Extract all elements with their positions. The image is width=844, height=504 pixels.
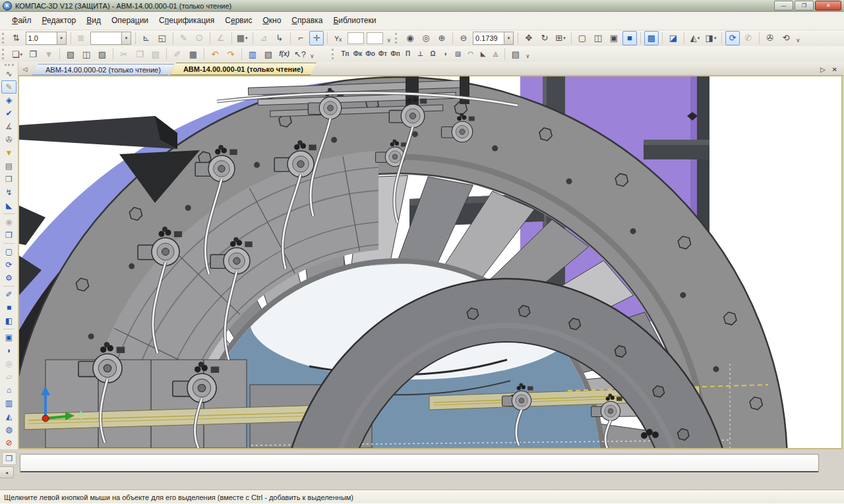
zoom-area-icon[interactable]: ◎ — [419, 31, 433, 45]
tab-close-icon[interactable]: ✕ — [832, 66, 837, 73]
edit-part-icon[interactable]: ✎ — [1, 80, 16, 94]
snaps-icon[interactable]: ✛ — [309, 31, 324, 45]
callout-icon[interactable]: ✆ — [741, 31, 756, 45]
report-window-icon[interactable]: ❒ — [1, 173, 16, 186]
redo-icon[interactable]: ↷ — [224, 47, 238, 61]
orientation-icon[interactable]: ⊞▾ — [553, 31, 568, 45]
profile-ft-icon[interactable]: Фт — [377, 47, 388, 61]
section-display-icon[interactable]: ◨▾ — [704, 31, 718, 45]
maximize-button[interactable]: ❐ — [795, 1, 814, 11]
close-button[interactable]: ✕ — [815, 1, 841, 11]
cad-scene[interactable] — [19, 76, 841, 448]
open-icon[interactable]: ❐ — [26, 47, 40, 61]
bounding-cube-icon[interactable]: ▢ — [1, 245, 16, 258]
specification-icon[interactable]: ▤ — [1, 159, 16, 173]
profile-tp-icon[interactable]: Тп — [340, 47, 351, 61]
variables-icon[interactable]: ▥ — [245, 47, 260, 61]
menu-libraries[interactable]: Библиотеки — [328, 13, 381, 28]
rebuild-icon[interactable]: ⟲ — [779, 31, 793, 45]
local-cs-icon[interactable]: ⊾ — [139, 31, 154, 45]
cut-icon[interactable]: ✂ — [117, 47, 131, 61]
solid-cube-icon[interactable]: ■ — [1, 301, 16, 314]
zoom-frame-icon[interactable]: ◉ — [403, 31, 417, 45]
camera-icon[interactable]: ◉ — [1, 215, 16, 229]
send-icon[interactable]: ▨ — [95, 47, 109, 61]
coord-x-field[interactable] — [347, 32, 364, 44]
tb-view-overflow[interactable]: ∨ — [796, 37, 800, 43]
tab-document-02[interactable]: АВМ-14.00.000-02 (только чтение) — [32, 64, 174, 75]
plane-tool-icon[interactable]: ▱ — [1, 370, 16, 383]
property-panel-icon[interactable]: ❒ — [2, 452, 16, 465]
spreadsheet-icon[interactable]: ▦ — [186, 47, 200, 61]
measure-icon[interactable]: ∡ — [1, 120, 16, 133]
paste-icon[interactable]: ▤ — [148, 47, 163, 61]
angle-profile-icon[interactable]: ⊥ — [415, 47, 426, 61]
print-preview-icon[interactable]: ◫ — [79, 47, 94, 61]
pan-icon[interactable]: ✥ — [522, 31, 536, 45]
snap-setup-icon[interactable]: ↳ — [272, 31, 287, 45]
add-component-icon[interactable]: ◈ — [1, 94, 16, 107]
channel-icon[interactable]: П — [402, 47, 413, 61]
edit-sketch-icon[interactable]: ✐ — [1, 288, 16, 301]
attachments-icon[interactable]: ✇ — [1, 133, 16, 146]
gear-icon[interactable]: ⚙ — [1, 271, 16, 285]
format-brush-icon[interactable]: ✐ — [170, 47, 185, 61]
rounding-icon[interactable]: ⌐ — [293, 31, 308, 45]
menu-file[interactable]: Файл — [7, 13, 37, 28]
tab-document-01[interactable]: АВМ-14.00.000-01 (только чтение) — [170, 63, 316, 75]
hidden-lines-icon[interactable]: ◫ — [591, 31, 605, 45]
macro-icon[interactable]: ✇ — [763, 31, 777, 45]
menu-window[interactable]: Окно — [257, 13, 286, 28]
prism-icon[interactable]: ⌂ — [1, 383, 16, 397]
profile-fo-icon[interactable]: Фо — [365, 47, 376, 61]
sphere-icon[interactable]: ◍ — [1, 423, 16, 436]
minimize-button[interactable]: — — [774, 1, 793, 11]
fx-icon[interactable]: f(x) — [277, 47, 291, 61]
angle-icon[interactable]: ∠ — [214, 31, 228, 45]
copy-properties-icon[interactable]: ∅ — [192, 31, 206, 45]
current-zoom-combo[interactable]: 0.1739▾ — [473, 32, 514, 45]
menu-help[interactable]: Справка — [286, 13, 328, 28]
tb-lib-overflow[interactable]: ∨ — [526, 53, 530, 59]
rotate-model-icon[interactable]: ⟳ — [725, 31, 740, 45]
circle-tool-icon[interactable]: ◎ — [1, 357, 16, 370]
rotate-view-icon[interactable]: ↻ — [537, 31, 552, 45]
report-document-icon[interactable]: ▤ — [508, 47, 523, 61]
cursor-step-icon[interactable]: ⇅ — [9, 31, 24, 45]
menu-edit[interactable]: Редактор — [37, 13, 82, 28]
tb-state-overflow[interactable]: ∨ — [386, 37, 391, 43]
wireframe-icon[interactable]: ▢ — [575, 31, 589, 45]
menu-service[interactable]: Сервис — [220, 13, 257, 28]
cone-icon[interactable]: ◬ — [490, 47, 501, 61]
tab-scroll-left-icon[interactable]: ◁ — [20, 65, 30, 74]
layers-icon[interactable]: ≣ — [74, 31, 88, 45]
shaded-icon[interactable]: ■ — [622, 31, 637, 45]
redirect-icon[interactable]: ↯ — [1, 186, 16, 199]
add-body-icon[interactable]: ◧ — [1, 314, 16, 327]
filter-icon[interactable]: ▼ — [1, 146, 16, 159]
tab-scroll-right-icon[interactable]: ▷ — [820, 66, 826, 73]
context-help-icon[interactable]: ↖? — [293, 47, 307, 61]
copy-icon[interactable]: ❒ — [133, 47, 147, 61]
ortho-drawing-icon[interactable]: ⊿ — [256, 31, 271, 45]
save-icon[interactable]: ▼ — [42, 47, 56, 61]
corner-solid-icon[interactable]: ◣ — [1, 199, 16, 212]
grid-icon[interactable]: ▦▾ — [235, 31, 249, 45]
simplify-display-icon[interactable]: ◭▾ — [688, 31, 702, 45]
new-document-icon[interactable]: ❏▾ — [10, 47, 24, 61]
print-icon[interactable]: ▧ — [63, 47, 78, 61]
zoom-out-icon[interactable]: ⊖ — [456, 31, 471, 45]
tb-std-overflow[interactable]: ∨ — [310, 53, 315, 59]
profile-fp-icon[interactable]: Фп — [390, 47, 401, 61]
coords-icon[interactable]: ʏₓ — [331, 31, 346, 45]
exclude-icon[interactable]: ⊘ — [1, 436, 16, 449]
zoom-in-icon[interactable]: ⊕ — [435, 31, 449, 45]
calculator-icon[interactable]: ▧ — [261, 47, 276, 61]
menu-specification[interactable]: Спецификация — [154, 13, 220, 28]
model-viewport[interactable] — [18, 75, 843, 449]
wedge-icon[interactable]: ◭ — [1, 410, 16, 423]
mates-icon[interactable]: ✔ — [1, 107, 16, 120]
omega-profile-icon[interactable]: Ω — [427, 47, 438, 61]
current-layer-combo[interactable]: ▾ — [90, 32, 131, 45]
hidden-lines-thin-icon[interactable]: ▣ — [607, 31, 621, 45]
